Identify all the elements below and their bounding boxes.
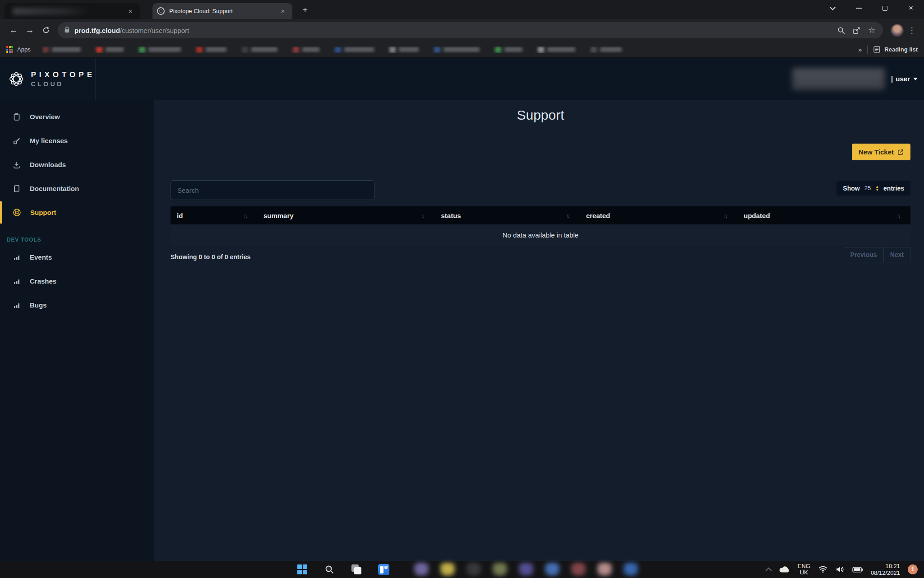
onedrive-cloud-icon[interactable]: [778, 566, 790, 573]
spinner-icon[interactable]: ▲▼: [875, 185, 879, 191]
brand-logo[interactable]: PIXOTOPE CLOUD: [0, 58, 96, 100]
browser-tab-active[interactable]: Pixotope Cloud: Support ×: [152, 3, 292, 19]
column-header-updated[interactable]: updated ↑↓: [737, 206, 910, 224]
tab-title: Pixotope Cloud: Support: [169, 8, 233, 14]
apps-grid-icon[interactable]: [6, 46, 13, 53]
bookmarks-blurred-list: [42, 47, 858, 53]
next-page-button[interactable]: Next: [884, 247, 910, 262]
sidebar-item-events[interactable]: Events: [0, 245, 154, 269]
chrome-menu-icon[interactable]: ⋮: [905, 26, 919, 35]
new-ticket-button[interactable]: New Ticket: [852, 144, 910, 160]
taskbar-app-blurred[interactable]: [492, 563, 508, 576]
apps-shortcut[interactable]: Apps: [17, 46, 31, 53]
bookmark-item-blurred[interactable]: [495, 47, 522, 53]
reading-list-button[interactable]: Reading list: [873, 46, 918, 53]
sort-icon[interactable]: ↑↓: [896, 212, 900, 219]
bookmark-item-blurred[interactable]: [139, 47, 181, 53]
sidebar-item-support[interactable]: Support: [0, 200, 154, 224]
bookmark-item-blurred[interactable]: [196, 47, 226, 53]
sidebar-item-overview[interactable]: Overview: [0, 105, 154, 129]
sort-icon[interactable]: ↑↓: [566, 212, 569, 219]
bookmark-item-blurred[interactable]: [42, 47, 81, 53]
taskbar-search-button[interactable]: [321, 562, 337, 577]
bookmark-title-blurred: [547, 47, 575, 52]
bookmark-item-blurred[interactable]: [389, 47, 419, 53]
user-menu[interactable]: user: [896, 75, 910, 83]
taskbar-app-blurred[interactable]: [466, 563, 482, 576]
previous-page-button[interactable]: Previous: [844, 247, 884, 262]
battery-icon[interactable]: [852, 567, 863, 573]
bookmark-item-blurred[interactable]: [591, 47, 622, 53]
divider: [867, 46, 868, 54]
column-header-id[interactable]: id ↑↓: [171, 206, 257, 224]
task-view-button[interactable]: [348, 562, 365, 577]
share-icon[interactable]: [850, 23, 863, 37]
bookmarks-overflow-icon[interactable]: »: [858, 46, 862, 53]
bookmark-favicon: [495, 47, 501, 53]
sidebar-label: Downloads: [30, 161, 66, 168]
page-length-control[interactable]: Show 25 ▲▼ entries: [836, 181, 910, 196]
url-text[interactable]: prod.tfg.cloud/customer/user/support: [74, 27, 189, 34]
reload-icon[interactable]: [38, 22, 54, 38]
taskbar-app-blurred[interactable]: [596, 563, 613, 576]
notification-badge[interactable]: 1: [908, 564, 918, 574]
start-button[interactable]: [294, 562, 310, 577]
bookmark-star-icon[interactable]: ☆: [865, 23, 878, 37]
taskbar-app-blurred[interactable]: [518, 563, 534, 576]
taskbar-app-blurred[interactable]: [544, 563, 560, 576]
language-indicator[interactable]: ENG UK: [798, 563, 810, 576]
sort-icon[interactable]: ↑↓: [420, 212, 424, 219]
time: 18:21: [871, 563, 900, 569]
taskbar-app-blurred[interactable]: [413, 563, 430, 576]
sidebar-label: Overview: [30, 113, 60, 121]
minimize-button[interactable]: [845, 0, 872, 16]
page-length-value[interactable]: 25: [864, 185, 871, 191]
zoom-search-icon[interactable]: [834, 23, 848, 37]
explorer-icon: [378, 564, 389, 575]
taskbar-app-blurred[interactable]: [439, 563, 456, 576]
back-icon[interactable]: ←: [5, 22, 22, 38]
sidebar-item-crashes[interactable]: Crashes: [0, 269, 154, 293]
taskbar-clock[interactable]: 18:21 08/12/2021: [871, 563, 900, 576]
hidden-icons-chevron-icon[interactable]: [766, 568, 772, 573]
bookmark-favicon: [335, 47, 341, 53]
bookmark-item-blurred[interactable]: [96, 47, 124, 53]
tab-close-icon[interactable]: ×: [125, 6, 135, 16]
chevron-down-icon[interactable]: [913, 78, 918, 80]
file-explorer-button[interactable]: [375, 562, 392, 577]
column-header-created[interactable]: created ↑↓: [580, 206, 737, 224]
wifi-icon[interactable]: [818, 566, 828, 573]
column-header-summary[interactable]: summary ↑↓: [257, 206, 435, 224]
bookmark-item-blurred[interactable]: [242, 47, 277, 53]
lock-icon: [64, 26, 70, 35]
taskbar-app-blurred[interactable]: [570, 563, 587, 576]
taskbar-app-blurred[interactable]: [623, 563, 639, 576]
clipboard-icon: [13, 113, 21, 121]
sidebar-item-downloads[interactable]: Downloads: [0, 153, 154, 177]
main-content: Support New Ticket Show 25 ▲▼ entries: [154, 100, 924, 561]
column-label: created: [586, 212, 610, 219]
bookmark-item-blurred[interactable]: [293, 47, 319, 53]
bookmark-item-blurred[interactable]: [538, 47, 575, 53]
sidebar-item-my-licenses[interactable]: My licenses: [0, 129, 154, 153]
address-bar[interactable]: prod.tfg.cloud/customer/user/support ☆: [58, 22, 883, 38]
bookmark-item-blurred[interactable]: [434, 47, 480, 53]
tab-close-icon[interactable]: ×: [278, 6, 288, 16]
restore-button[interactable]: [872, 0, 898, 16]
new-tab-button[interactable]: +: [299, 4, 311, 16]
tab-search-icon[interactable]: [819, 0, 845, 16]
search-input[interactable]: [171, 180, 374, 200]
sort-icon[interactable]: ↑↓: [723, 212, 726, 219]
sidebar-item-documentation[interactable]: Documentation: [0, 177, 154, 200]
profile-avatar[interactable]: [891, 24, 903, 37]
bookmark-item-blurred[interactable]: [335, 47, 374, 53]
sidebar-item-bugs[interactable]: Bugs: [0, 293, 154, 317]
sort-icon[interactable]: ↑↓: [243, 212, 246, 219]
browser-tab-blurred[interactable]: ×: [5, 3, 140, 19]
close-button[interactable]: ×: [898, 0, 924, 16]
pixotope-favicon-icon: [157, 7, 165, 15]
forward-icon[interactable]: →: [22, 22, 38, 38]
speaker-icon[interactable]: [836, 566, 845, 573]
column-header-status[interactable]: status ↑↓: [434, 206, 579, 224]
bookmark-favicon: [242, 47, 248, 53]
